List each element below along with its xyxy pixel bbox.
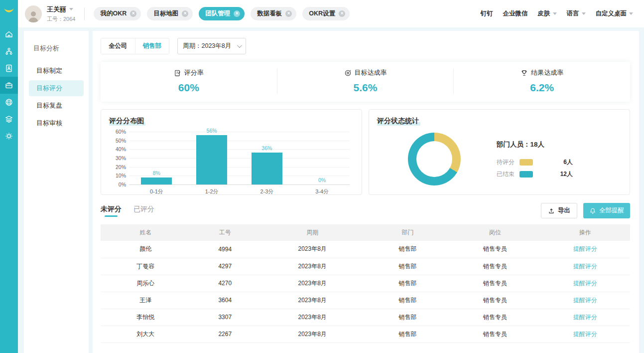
sidebar-item[interactable]: 目标复盘 [29,98,84,114]
remind-score-link[interactable]: 提醒评分 [573,297,597,304]
workspace-tab-label: 团队管理 [205,9,230,18]
table-header: 姓名工号周期部门岗位操作 [101,224,630,241]
nav-rail [0,0,18,353]
sidebar-item[interactable]: 目标审核 [29,115,84,131]
remind-score-link[interactable]: 提醒评分 [573,331,597,338]
stats-card: 评分率60%目标达成率5.6%结果达成率6.2% [101,62,630,102]
table-cell: 王泽 [101,292,191,309]
close-icon[interactable]: × [285,10,292,17]
topbar-menu-item[interactable]: 企业微信 [503,9,528,18]
bar-chart-xticks: 0-1分1-2分2-3分3-4分 [129,188,350,195]
remind-score-link[interactable]: 提醒评分 [573,280,597,287]
table-toolbar: 未评分已评分 导出 [101,203,630,218]
table-cell-action: 提醒评分 [540,309,630,326]
bar-slot: 0% [294,132,350,184]
table-actions: 导出 全部提醒 [541,203,630,218]
close-icon[interactable]: × [339,10,345,17]
workspace-tabs: 我的OKR×目标地图×团队管理×数据看板×OKR设置× [94,7,350,20]
score-rate-icon [174,69,181,77]
workspace-tab-label: 目标地图 [153,9,178,18]
scope-button[interactable]: 销售部 [135,38,169,54]
sidebar-item[interactable]: 目标制定 [29,63,84,79]
remind-score-link[interactable]: 提醒评分 [573,263,597,270]
topbar-menu-item[interactable]: 自定义桌面 [596,9,634,18]
workspace-tab[interactable]: 团队管理× [199,7,245,20]
stat-label: 评分率 [101,68,277,77]
table-cell: 4994 [191,241,259,258]
table-cell: 李怡悦 [101,309,191,326]
remind-score-link[interactable]: 提醒评分 [573,245,597,252]
table-cell: 2023年8月 [259,326,366,343]
workspace-tab[interactable]: 目标地图× [147,7,193,20]
column-header: 姓名 [101,224,191,241]
close-icon[interactable]: × [234,10,240,17]
remind-all-label: 全部提醒 [599,206,624,215]
column-header: 工号 [191,224,259,241]
table-cell: 颜伦 [101,241,191,258]
column-header: 周期 [259,224,366,241]
x-axis-tick: 1-2分 [184,188,240,195]
rail-item-okr-active[interactable] [0,77,18,94]
workspace-tab[interactable]: 数据看板× [251,7,296,20]
scope-button[interactable]: 全公司 [101,38,135,54]
sidebar-item[interactable]: 目标评分 [29,80,84,96]
avatar[interactable] [25,5,42,22]
topbar-menu-item[interactable]: 钉钉 [481,9,493,18]
table-cell: 2023年8月 [259,241,366,258]
rail-item-member-doc[interactable] [0,60,18,77]
table-cell: 2267 [191,326,259,343]
bar-value-label: 56% [184,128,240,134]
table-tab[interactable]: 已评分 [133,205,154,217]
gear-icon [4,132,13,141]
table-cell-action: 提醒评分 [540,326,630,343]
workspace-tab[interactable]: OKR设置× [302,7,350,20]
rail-item-layers[interactable] [0,111,18,128]
bar-chart: 0%10%20%30%40%50%60%8%56%36%0% 0-1分1-2分2… [109,132,354,195]
rail-item-org[interactable] [0,43,18,60]
table-cell: 2023年8月 [259,292,366,309]
bar-2-3分 [252,153,282,184]
remind-all-button[interactable]: 全部提醒 [583,203,630,218]
remind-score-link[interactable]: 提醒评分 [573,314,597,321]
workspace-tab[interactable]: 我的OKR× [94,7,141,20]
column-header: 岗位 [450,224,540,241]
table-cell: 4297 [191,258,259,275]
topbar-menu-item[interactable]: 语言 [567,9,586,18]
chevron-down-icon [237,43,242,48]
rail-item-home[interactable] [0,26,18,43]
score-distribution-card: 评分分布图 0%10%20%30%40%50%60%8%56%36%0% 0-1… [101,109,362,195]
workspace-tab-label: OKR设置 [309,9,335,18]
globe-icon [4,98,13,107]
rail-item-settings[interactable] [0,128,18,145]
result-rate-icon [520,69,528,77]
filter-row: 全公司销售部 周期：2023年8月 [101,38,630,54]
legend-swatch [519,159,533,166]
user-meta: 王关丽 工号：2064 [47,5,75,23]
table-cell: 3604 [191,292,259,309]
employee-id: 工号：2064 [47,15,75,23]
table-cell: 销售部 [365,241,450,258]
workspace-tab-label: 数据看板 [257,9,282,18]
table-cell: 丁曼容 [101,258,191,275]
rail-items [0,26,18,145]
bar-1-2分 [196,135,227,184]
table-cell: 2023年8月 [259,309,366,326]
user-name[interactable]: 王关丽 [47,5,75,14]
legend-item: 已结束12人 [497,170,573,178]
bar-slot: 8% [129,132,184,184]
stat-value: 60% [101,82,277,94]
app-logo[interactable] [0,0,18,21]
table-tab[interactable]: 未评分 [101,205,122,217]
period-select[interactable]: 周期：2023年8月 [177,38,246,54]
x-axis-tick: 2-3分 [240,188,295,195]
rail-item-globe[interactable] [0,94,18,111]
topbar-menu: 钉钉企业微信皮肤语言自定义桌面 [481,9,634,18]
table-body: 颜伦49942023年8月销售部销售专员提醒评分丁曼容42972023年8月销售… [101,241,630,343]
export-button[interactable]: 导出 [541,203,577,218]
legend-name: 已结束 [497,170,519,178]
table-cell: 销售部 [365,326,450,343]
bar-value-label: 8% [129,170,184,176]
topbar-menu-item[interactable]: 皮肤 [538,9,557,18]
close-icon[interactable]: × [130,10,136,17]
close-icon[interactable]: × [182,10,188,17]
